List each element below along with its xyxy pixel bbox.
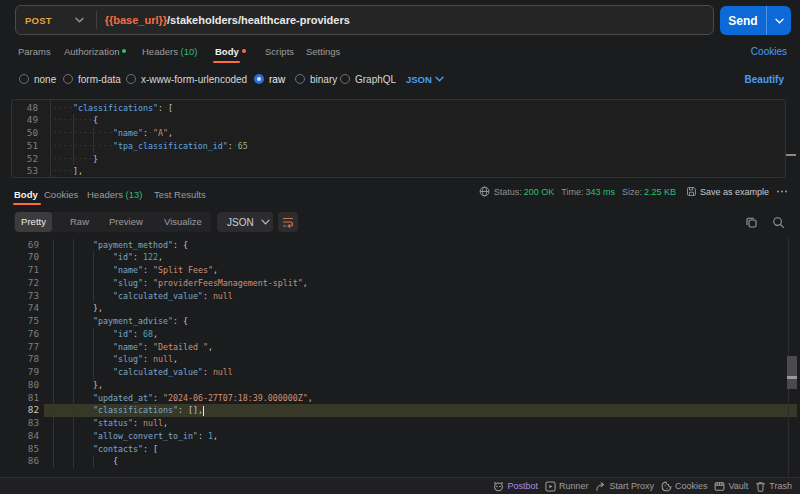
response-view-pretty[interactable]: Pretty xyxy=(15,212,52,232)
response-scrollbar[interactable] xyxy=(787,356,797,389)
code-text: "payment_advise": { xyxy=(53,315,188,328)
wrap-lines-icon xyxy=(282,216,294,228)
code-line-79: 79 "calculated_value": null xyxy=(0,366,800,379)
code-text: ····"classifications":·[ xyxy=(53,102,173,115)
vault-icon xyxy=(714,481,728,492)
code-line-48: 48····"classifications":·[ xyxy=(12,102,785,115)
radio[interactable] xyxy=(295,74,305,84)
code-text: "slug": "providerFeesManagement-split", xyxy=(53,277,308,290)
response-tab-headers[interactable]: Headers (13) xyxy=(87,189,142,200)
url-text[interactable]: {{base_url}}/stakeholders/healthcare-pro… xyxy=(105,14,350,26)
copy-response-icon[interactable] xyxy=(745,215,758,233)
request-tab-body[interactable]: Body xyxy=(215,46,246,57)
save-as-example-button[interactable]: Save as example xyxy=(700,187,769,197)
proxy-icon xyxy=(595,481,609,492)
line-number: 76 xyxy=(0,328,39,341)
line-number: 72 xyxy=(0,277,39,290)
code-text: ········} xyxy=(53,153,98,166)
line-number: 51 xyxy=(12,140,38,153)
body-mode-label: binary xyxy=(310,74,337,85)
save-icon[interactable] xyxy=(686,186,697,197)
code-line-52: 52········} xyxy=(12,153,785,166)
tab-dot xyxy=(122,49,126,53)
response-view-group: PrettyRawPreviewVisualize xyxy=(14,212,211,232)
response-more-options-icon[interactable] xyxy=(776,186,788,197)
radio[interactable] xyxy=(340,74,350,84)
status-label: Status: xyxy=(494,187,522,197)
active-response-tab-underline xyxy=(13,203,41,205)
cookies-link[interactable]: Cookies xyxy=(751,46,787,57)
request-tab-scripts[interactable]: Scripts xyxy=(265,46,294,57)
line-number: 73 xyxy=(0,290,39,303)
response-view-preview[interactable]: Preview xyxy=(109,212,143,232)
cookie-icon xyxy=(661,481,675,492)
send-button[interactable]: Send xyxy=(720,6,791,35)
code-line-72: 72 "slug": "providerFeesManagement-split… xyxy=(0,277,800,290)
network-icon[interactable] xyxy=(479,186,490,197)
code-line-74: 74 }, xyxy=(0,302,800,315)
statusbar-runner-button[interactable]: Runner xyxy=(545,481,589,492)
response-view-raw[interactable]: Raw xyxy=(70,212,89,232)
time-value[interactable]: 343 ms xyxy=(585,187,615,197)
method-chevron-icon[interactable] xyxy=(75,17,84,23)
send-chevron-icon[interactable] xyxy=(767,18,791,24)
response-body-editor[interactable]: 69 "payment_method": {70 "id": 122,71 "n… xyxy=(0,236,800,477)
line-number: 77 xyxy=(0,341,39,354)
body-mode-row: JSON Beautify noneform-datax-www-form-ur… xyxy=(0,71,800,89)
size-value[interactable]: 2.25 KB xyxy=(644,187,676,197)
wrap-lines-button[interactable] xyxy=(278,212,298,232)
code-line-73: 73 "calculated_value": null xyxy=(0,290,800,303)
line-number: 79 xyxy=(0,366,39,379)
radio[interactable] xyxy=(126,74,136,84)
response-meta: Status:200 OK Time:343 ms Size:2.25 KB S… xyxy=(479,186,788,197)
response-language-label: JSON xyxy=(227,217,254,228)
active-tab-underline xyxy=(213,61,240,63)
line-number: 49 xyxy=(12,114,38,127)
line-number: 53 xyxy=(12,165,38,178)
statusbar-item-label: Trash xyxy=(769,481,792,491)
body-language-chevron-icon[interactable] xyxy=(435,76,444,82)
code-text: "calculated_value": null xyxy=(53,290,233,303)
request-tab-authorization[interactable]: Authorization xyxy=(64,46,126,57)
statusbar-vault-button[interactable]: Vault xyxy=(714,481,748,492)
response-view-visualize[interactable]: Visualize xyxy=(164,212,202,232)
statusbar-postbot-button[interactable]: Postbot xyxy=(493,481,538,492)
statusbar-start-proxy-button[interactable]: Start Proxy xyxy=(595,481,654,492)
request-tab-headers[interactable]: Headers (10) xyxy=(142,46,197,57)
code-text: "name": "Detailed ", xyxy=(53,341,213,354)
request-tabs: Cookies ParamsAuthorizationHeaders (10)B… xyxy=(0,44,800,64)
url-input[interactable]: POST {{base_url}}/stakeholders/healthcar… xyxy=(15,5,714,35)
request-tab-settings[interactable]: Settings xyxy=(306,46,340,57)
status-bar: PostbotRunnerStart ProxyCookiesVaultTras… xyxy=(0,477,800,494)
line-number: 69 xyxy=(0,239,39,252)
send-label: Send xyxy=(720,14,766,28)
request-body-editor[interactable]: 48····"classifications":·[49········{50·… xyxy=(11,99,786,178)
response-scrollbar-mark xyxy=(787,376,797,379)
code-line-78: 78 "slug": null, xyxy=(0,353,800,366)
code-text: "id": 68, xyxy=(53,328,158,341)
line-number: 86 xyxy=(0,455,39,468)
body-language-select[interactable]: JSON xyxy=(406,74,432,85)
status-value[interactable]: 200 OK xyxy=(524,187,555,197)
code-text: "slug": null, xyxy=(53,353,178,366)
response-tab-body[interactable]: Body xyxy=(14,189,38,200)
response-tab-cookies[interactable]: Cookies xyxy=(44,189,78,200)
code-line-50: 50············"name":·"A", xyxy=(12,127,785,140)
code-line-75: 75 "payment_advise": { xyxy=(0,315,800,328)
radio[interactable] xyxy=(19,74,29,84)
request-tab-params[interactable]: Params xyxy=(18,46,51,57)
line-number: 70 xyxy=(0,251,39,264)
line-number: 48 xyxy=(12,102,38,115)
response-language-select[interactable]: JSON xyxy=(217,212,273,232)
radio-selected[interactable] xyxy=(254,74,264,84)
statusbar-trash-button[interactable]: Trash xyxy=(755,481,792,492)
response-tab-test-results[interactable]: Test Results xyxy=(154,189,206,200)
method-label[interactable]: POST xyxy=(25,15,52,26)
search-response-icon[interactable] xyxy=(772,215,785,233)
statusbar-item-label: Postbot xyxy=(507,481,538,491)
radio[interactable] xyxy=(63,74,73,84)
statusbar-cookies-button[interactable]: Cookies xyxy=(661,481,708,492)
beautify-link[interactable]: Beautify xyxy=(745,74,784,85)
code-line-83: 83 "status": null, xyxy=(0,417,800,430)
request-editor-scrollbar[interactable] xyxy=(786,154,796,156)
